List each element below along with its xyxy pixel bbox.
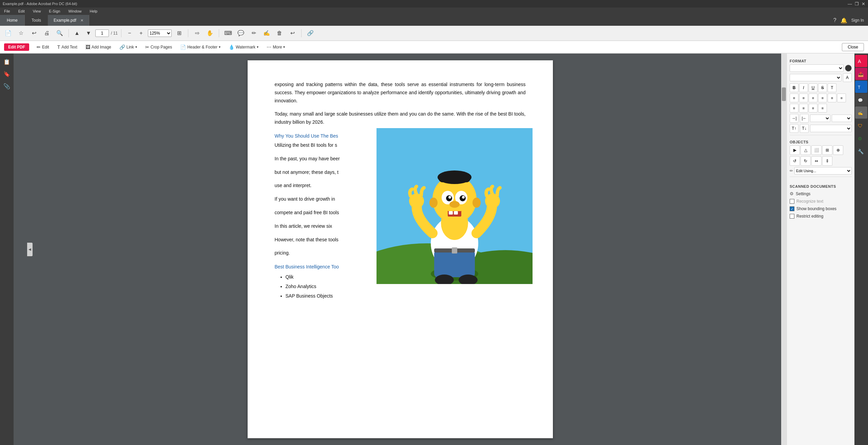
fit-width-button[interactable]: ⊞: [174, 28, 185, 39]
keyboard-button[interactable]: ⌨: [223, 28, 233, 39]
subscript-button[interactable]: T↓: [800, 124, 809, 133]
notifications-icon[interactable]: 🔔: [841, 17, 847, 24]
right-icon-export[interactable]: 📤: [855, 68, 867, 80]
sign-in-button[interactable]: Sign In: [851, 18, 864, 23]
prev-page-button[interactable]: ▲: [72, 28, 82, 38]
grid-tool-button[interactable]: ⊞: [822, 145, 832, 155]
list-style3-button[interactable]: ≡: [818, 94, 827, 102]
close-window-button[interactable]: ✕: [862, 1, 865, 6]
settings-label[interactable]: Settings: [796, 191, 810, 196]
triangle-tool-button[interactable]: △: [801, 145, 811, 155]
add-image-button[interactable]: 🖼 Add Image: [82, 43, 115, 51]
bulleted-list-button[interactable]: ≡: [790, 94, 798, 102]
baseline-select[interactable]: [810, 125, 852, 132]
delete-button[interactable]: 🗑: [274, 28, 285, 39]
rotate-cw-button[interactable]: ↻: [801, 156, 811, 166]
align-right-button[interactable]: ≡: [809, 104, 817, 113]
bookmark-button[interactable]: ☆: [16, 28, 26, 39]
right-icon-comment[interactable]: 💬: [855, 94, 867, 106]
menu-edit[interactable]: Edit: [17, 8, 26, 14]
print-button[interactable]: 🖨: [41, 28, 52, 39]
font-color-button[interactable]: A: [843, 73, 852, 82]
header-footer-button[interactable]: 📄 Header & Footer ▾: [177, 43, 224, 51]
vertical-scrollbar[interactable]: [781, 54, 787, 445]
scroll-thumb[interactable]: [782, 87, 786, 101]
hand-tool-button[interactable]: ✋: [205, 28, 215, 39]
align-center-button[interactable]: ≡: [799, 104, 808, 113]
sidebar-page-thumbnails[interactable]: 📋: [1, 56, 12, 67]
tab-file[interactable]: Example.pdf ✕: [48, 15, 89, 26]
list-style5-button[interactable]: ≡: [837, 94, 846, 102]
search-button[interactable]: 🔍: [54, 28, 65, 39]
bold-button[interactable]: B: [790, 83, 798, 92]
menu-file[interactable]: File: [3, 8, 12, 14]
help-icon[interactable]: ?: [833, 17, 836, 23]
pdf-image-overlay[interactable]: [377, 128, 533, 284]
zoom-out-button[interactable]: −: [125, 28, 134, 38]
next-page-button[interactable]: ▼: [84, 28, 93, 38]
indent-out-button[interactable]: |←: [800, 114, 809, 123]
recognize-text-checkbox[interactable]: [790, 199, 794, 204]
allcaps-button[interactable]: T: [828, 83, 836, 92]
menu-view[interactable]: View: [32, 8, 42, 14]
menu-help[interactable]: Help: [89, 8, 99, 14]
list-style2-button[interactable]: ≡: [809, 94, 817, 102]
show-bounding-boxes-checkbox[interactable]: ✓: [790, 206, 794, 211]
tab-tools[interactable]: Tools: [25, 15, 48, 26]
zoom-select[interactable]: 125% 100% 150%: [148, 29, 172, 37]
tab-home[interactable]: Home: [0, 15, 25, 26]
indent-in-button[interactable]: →|: [790, 114, 798, 123]
restrict-editing-checkbox[interactable]: [790, 214, 794, 219]
superscript-button[interactable]: T↑: [790, 124, 798, 133]
restore-button[interactable]: ❐: [855, 1, 859, 6]
annotate-button[interactable]: ✏: [248, 28, 259, 39]
right-icon-acrobat[interactable]: A: [855, 55, 867, 67]
watermark-button[interactable]: 💧 Watermark ▾: [225, 43, 262, 51]
panel-collapse-arrow[interactable]: ◀: [27, 243, 33, 256]
right-icon-protect[interactable]: 🛡: [855, 119, 867, 132]
right-icon-esign[interactable]: ✍: [855, 106, 867, 119]
tab-close-button[interactable]: ✕: [80, 18, 83, 23]
page-number-input[interactable]: [95, 29, 109, 37]
edit-using-select[interactable]: Edit Using...: [794, 167, 852, 175]
comment-button[interactable]: 💬: [235, 28, 246, 39]
rect-tool-button[interactable]: ⬜: [811, 145, 822, 155]
right-icon-optimize[interactable]: ⚙: [855, 132, 867, 144]
zoom-in-button[interactable]: +: [136, 28, 146, 38]
numbered-list-button[interactable]: ≡: [799, 94, 808, 102]
merge-tool-button[interactable]: ⊕: [833, 145, 843, 155]
font-family-select[interactable]: [790, 64, 844, 72]
font-size-select[interactable]: [790, 74, 842, 81]
underline-button[interactable]: U: [809, 83, 817, 92]
flip-v-button[interactable]: ⇕: [822, 156, 832, 166]
select-tool-button[interactable]: ⇨: [192, 28, 202, 39]
minimize-button[interactable]: —: [848, 1, 852, 6]
add-text-button[interactable]: T Add Text: [54, 43, 81, 51]
line-spacing-select[interactable]: [810, 115, 830, 122]
more-button[interactable]: ⋯ More ▾: [263, 43, 288, 51]
crop-pages-button[interactable]: ✂ Crop Pages: [142, 43, 175, 51]
link-tool-button[interactable]: 🔗: [305, 28, 316, 39]
edit-button[interactable]: ✏ Edit: [33, 43, 53, 51]
rotate-ccw-button[interactable]: ↺: [790, 156, 800, 166]
flip-h-button[interactable]: ⇔: [811, 156, 822, 166]
align-justify-button[interactable]: ≡: [818, 104, 827, 113]
link-button[interactable]: 🔗 Link ▾: [116, 43, 140, 51]
recycle-button[interactable]: ↩: [28, 28, 39, 39]
select-object-button[interactable]: ▶: [790, 145, 800, 155]
font-color-swatch[interactable]: [845, 65, 852, 72]
sidebar-attachments[interactable]: 📎: [1, 81, 12, 92]
italic-button[interactable]: I: [799, 83, 808, 92]
undo-button[interactable]: ↩: [287, 28, 298, 39]
close-edit-button[interactable]: Close: [842, 43, 864, 51]
menu-esign[interactable]: E-Sign: [47, 8, 61, 14]
right-icon-document[interactable]: T: [855, 81, 867, 93]
draw-button[interactable]: ✍: [261, 28, 272, 39]
right-icon-more[interactable]: 🔧: [855, 145, 867, 157]
new-file-button[interactable]: 📄: [3, 28, 14, 39]
align-left-button[interactable]: ≡: [790, 104, 798, 113]
menu-window[interactable]: Window: [67, 8, 83, 14]
sidebar-bookmarks[interactable]: 🔖: [1, 68, 12, 79]
strikethrough-button[interactable]: S: [818, 83, 827, 92]
list-style4-button[interactable]: ≡: [828, 94, 836, 102]
